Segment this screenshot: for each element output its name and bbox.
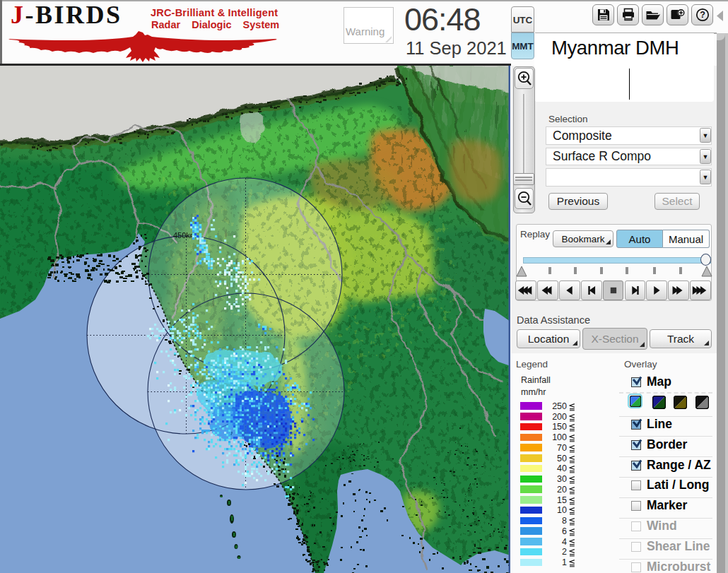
svg-text:?: ?	[700, 10, 705, 20]
